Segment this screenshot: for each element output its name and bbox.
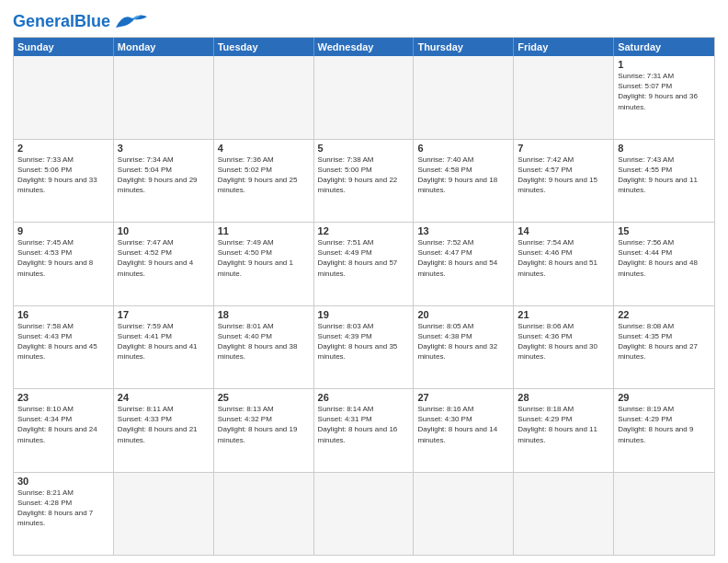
day-number: 21: [518, 309, 609, 320]
day-number: 12: [318, 225, 410, 236]
sun-info: Sunrise: 7:59 AMSunset: 4:41 PMDaylight:…: [118, 321, 210, 362]
logo-bird-icon: [114, 11, 149, 31]
day-number: 18: [218, 309, 310, 320]
sun-info: Sunrise: 7:54 AMSunset: 4:46 PMDaylight:…: [518, 237, 609, 279]
calendar-day-12: 12Sunrise: 7:51 AMSunset: 4:49 PMDayligh…: [314, 223, 415, 305]
sun-info: Sunrise: 7:51 AMSunset: 4:49 PMDaylight:…: [318, 237, 410, 279]
day-number: 2: [17, 143, 109, 154]
calendar-day-3: 3Sunrise: 7:34 AMSunset: 5:04 PMDaylight…: [114, 140, 214, 223]
sun-info: Sunrise: 8:14 AMSunset: 4:31 PMDaylight:…: [318, 404, 410, 445]
day-number: 29: [618, 392, 711, 403]
day-number: 22: [618, 309, 711, 320]
calendar-cell-empty: [414, 56, 514, 139]
calendar-day-14: 14Sunrise: 7:54 AMSunset: 4:46 PMDayligh…: [514, 223, 614, 305]
calendar-day-7: 7Sunrise: 7:42 AMSunset: 4:57 PMDaylight…: [514, 140, 614, 223]
sun-info: Sunrise: 8:03 AMSunset: 4:39 PMDaylight:…: [318, 321, 410, 362]
sun-info: Sunrise: 8:06 AMSunset: 4:36 PMDaylight:…: [518, 321, 609, 362]
sun-info: Sunrise: 7:47 AMSunset: 4:52 PMDaylight:…: [118, 237, 210, 279]
day-number: 20: [417, 309, 509, 320]
day-number: 17: [118, 309, 210, 320]
calendar-cell-empty: [14, 56, 114, 139]
day-number: 19: [318, 309, 410, 320]
sun-info: Sunrise: 8:08 AMSunset: 4:35 PMDaylight:…: [618, 321, 711, 362]
sun-info: Sunrise: 8:10 AMSunset: 4:34 PMDaylight:…: [17, 404, 109, 445]
sun-info: Sunrise: 7:38 AMSunset: 5:00 PMDaylight:…: [318, 155, 410, 196]
calendar-day-6: 6Sunrise: 7:40 AMSunset: 4:58 PMDaylight…: [414, 140, 514, 223]
day-number: 4: [218, 143, 310, 154]
sun-info: Sunrise: 7:58 AMSunset: 4:43 PMDaylight:…: [17, 321, 109, 362]
day-number: 24: [118, 392, 210, 403]
calendar-day-17: 17Sunrise: 7:59 AMSunset: 4:41 PMDayligh…: [114, 306, 214, 389]
calendar-day-11: 11Sunrise: 7:49 AMSunset: 4:50 PMDayligh…: [214, 223, 314, 305]
day-number: 27: [417, 392, 509, 403]
sun-info: Sunrise: 7:49 AMSunset: 4:50 PMDaylight:…: [218, 237, 310, 279]
day-number: 26: [318, 392, 410, 403]
calendar-row-4: 23Sunrise: 8:10 AMSunset: 4:34 PMDayligh…: [14, 388, 714, 472]
sun-info: Sunrise: 8:05 AMSunset: 4:38 PMDaylight:…: [417, 321, 509, 362]
logo-blue: Blue: [74, 12, 110, 30]
sun-info: Sunrise: 7:36 AMSunset: 5:02 PMDaylight:…: [218, 155, 310, 196]
calendar-day-20: 20Sunrise: 8:05 AMSunset: 4:38 PMDayligh…: [414, 306, 514, 389]
day-number: 23: [17, 392, 109, 403]
weekday-header-tuesday: Tuesday: [214, 38, 314, 56]
day-number: 5: [318, 143, 410, 154]
weekday-header-thursday: Thursday: [414, 38, 514, 56]
day-number: 15: [618, 225, 711, 236]
calendar-day-24: 24Sunrise: 8:11 AMSunset: 4:33 PMDayligh…: [114, 389, 214, 472]
sun-info: Sunrise: 8:01 AMSunset: 4:40 PMDaylight:…: [218, 321, 310, 362]
calendar-cell-empty: [314, 473, 415, 556]
sun-info: Sunrise: 8:13 AMSunset: 4:32 PMDaylight:…: [218, 404, 310, 445]
calendar-cell-empty: [114, 56, 214, 139]
calendar-day-18: 18Sunrise: 8:01 AMSunset: 4:40 PMDayligh…: [214, 306, 314, 389]
calendar-day-5: 5Sunrise: 7:38 AMSunset: 5:00 PMDaylight…: [314, 140, 415, 223]
calendar-day-22: 22Sunrise: 8:08 AMSunset: 4:35 PMDayligh…: [614, 306, 714, 389]
day-number: 6: [417, 143, 509, 154]
day-number: 7: [518, 143, 609, 154]
calendar-day-16: 16Sunrise: 7:58 AMSunset: 4:43 PMDayligh…: [14, 306, 114, 389]
calendar-day-27: 27Sunrise: 8:16 AMSunset: 4:30 PMDayligh…: [414, 389, 514, 472]
calendar-day-23: 23Sunrise: 8:10 AMSunset: 4:34 PMDayligh…: [14, 389, 114, 472]
calendar-day-1: 1Sunrise: 7:31 AMSunset: 5:07 PMDaylight…: [614, 56, 714, 139]
weekday-header-saturday: Saturday: [614, 38, 714, 56]
header: GeneralBlue: [13, 11, 715, 31]
sun-info: Sunrise: 7:45 AMSunset: 4:53 PMDaylight:…: [17, 237, 109, 279]
calendar-day-21: 21Sunrise: 8:06 AMSunset: 4:36 PMDayligh…: [514, 306, 614, 389]
day-number: 25: [218, 392, 310, 403]
calendar: SundayMondayTuesdayWednesdayThursdayFrid…: [13, 37, 715, 556]
calendar-row-1: 2Sunrise: 7:33 AMSunset: 5:06 PMDaylight…: [14, 139, 714, 223]
sun-info: Sunrise: 8:16 AMSunset: 4:30 PMDaylight:…: [417, 404, 509, 445]
day-number: 10: [118, 225, 210, 236]
weekday-header-sunday: Sunday: [14, 38, 114, 56]
day-number: 14: [518, 225, 609, 236]
calendar-day-10: 10Sunrise: 7:47 AMSunset: 4:52 PMDayligh…: [114, 223, 214, 305]
calendar-day-2: 2Sunrise: 7:33 AMSunset: 5:06 PMDaylight…: [14, 140, 114, 223]
weekday-header-wednesday: Wednesday: [314, 38, 415, 56]
logo: GeneralBlue: [13, 11, 149, 31]
sun-info: Sunrise: 8:11 AMSunset: 4:33 PMDaylight:…: [118, 404, 210, 445]
calendar-row-2: 9Sunrise: 7:45 AMSunset: 4:53 PMDaylight…: [14, 222, 714, 305]
calendar-day-4: 4Sunrise: 7:36 AMSunset: 5:02 PMDaylight…: [214, 140, 314, 223]
calendar-cell-empty: [514, 473, 614, 556]
calendar-day-28: 28Sunrise: 8:18 AMSunset: 4:29 PMDayligh…: [514, 389, 614, 472]
sun-info: Sunrise: 8:19 AMSunset: 4:29 PMDaylight:…: [618, 404, 711, 445]
weekday-header-monday: Monday: [114, 38, 214, 56]
calendar-day-26: 26Sunrise: 8:14 AMSunset: 4:31 PMDayligh…: [314, 389, 415, 472]
day-number: 11: [218, 225, 310, 236]
sun-info: Sunrise: 7:40 AMSunset: 4:58 PMDaylight:…: [417, 155, 509, 196]
calendar-cell-empty: [614, 473, 714, 556]
day-number: 30: [17, 476, 109, 487]
page: GeneralBlue SundayMondayTuesdayWednesday…: [0, 0, 728, 563]
day-number: 3: [118, 143, 210, 154]
day-number: 13: [417, 225, 509, 236]
sun-info: Sunrise: 8:18 AMSunset: 4:29 PMDaylight:…: [518, 404, 609, 445]
sun-info: Sunrise: 7:33 AMSunset: 5:06 PMDaylight:…: [17, 155, 109, 196]
calendar-day-25: 25Sunrise: 8:13 AMSunset: 4:32 PMDayligh…: [214, 389, 314, 472]
calendar-cell-empty: [314, 56, 415, 139]
calendar-row-0: 1Sunrise: 7:31 AMSunset: 5:07 PMDaylight…: [14, 56, 714, 139]
sun-info: Sunrise: 7:56 AMSunset: 4:44 PMDaylight:…: [618, 237, 711, 279]
day-number: 28: [518, 392, 609, 403]
calendar-day-30: 30Sunrise: 8:21 AMSunset: 4:28 PMDayligh…: [14, 473, 114, 556]
calendar-day-13: 13Sunrise: 7:52 AMSunset: 4:47 PMDayligh…: [414, 223, 514, 305]
day-number: 9: [17, 225, 109, 236]
weekday-header-friday: Friday: [514, 38, 614, 56]
